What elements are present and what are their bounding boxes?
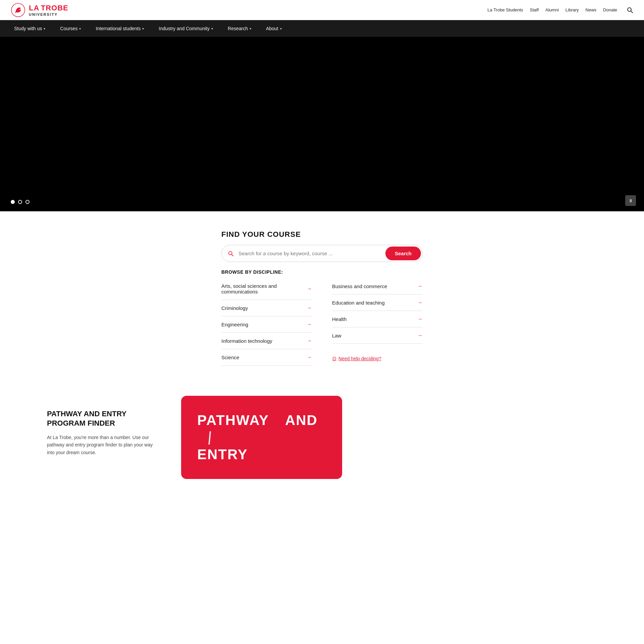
top-bar: LA TROBE UNIVERSITY La Trobe Students St… — [0, 0, 644, 20]
chevron-down-icon: ▾ — [211, 27, 213, 31]
arrow-icon: → — [307, 338, 312, 344]
pathway-title: PATHWAY AND ENTRY PROGRAM FINDER — [47, 409, 161, 428]
pathway-section: PATHWAY AND ENTRY PROGRAM FINDER At La T… — [0, 379, 644, 479]
logo-bird-icon — [11, 3, 25, 17]
disc-science[interactable]: Science → — [221, 349, 312, 366]
alumni-link[interactable]: Alumni — [545, 7, 559, 12]
hero-dot-2[interactable] — [18, 200, 22, 204]
latrobe-students-link[interactable]: La Trobe Students — [487, 7, 523, 12]
logo-area[interactable]: LA TROBE UNIVERSITY — [11, 3, 68, 17]
pathway-card-text: PATHWAY AND / ENTRY — [197, 413, 318, 462]
search-bar: Search — [221, 245, 423, 262]
disc-arts[interactable]: Arts, social sciences and communications… — [221, 278, 312, 300]
disc-health[interactable]: Health → — [332, 311, 423, 327]
library-link[interactable]: Library — [566, 7, 579, 12]
disciplines-left-column: Arts, social sciences and communications… — [221, 278, 322, 366]
arrow-icon: → — [417, 283, 423, 289]
logo-text: LA TROBE UNIVERSITY — [29, 4, 68, 16]
help-icon: ⊙ — [332, 355, 336, 362]
pathway-text: PATHWAY AND ENTRY PROGRAM FINDER At La T… — [47, 396, 161, 456]
main-nav: Study with us ▾ Courses ▾ International … — [0, 20, 644, 37]
svg-line-4 — [232, 254, 233, 256]
arrow-icon: → — [307, 305, 312, 311]
need-help-link[interactable]: ⊙ Need help deciding? — [332, 355, 423, 362]
hero-section: ⏸ — [0, 37, 644, 211]
hero-dot-1[interactable] — [11, 200, 15, 204]
nav-about[interactable]: About ▾ — [259, 20, 289, 37]
disc-education[interactable]: Education and teaching → — [332, 294, 423, 311]
news-link[interactable]: News — [586, 7, 597, 12]
disciplines-right-column: Business and commerce → Education and te… — [322, 278, 423, 366]
search-submit-button[interactable]: Search — [385, 247, 421, 260]
hero-pause-button[interactable]: ⏸ — [625, 195, 636, 206]
disc-it[interactable]: Information technology → — [221, 333, 312, 349]
arrow-icon: → — [417, 316, 423, 322]
pathway-description: At La Trobe, you're more than a number. … — [47, 434, 161, 456]
disciplines-grid: Arts, social sciences and communications… — [221, 278, 423, 366]
nav-research[interactable]: Research ▾ — [220, 20, 259, 37]
hero-dot-3[interactable] — [25, 200, 30, 204]
disc-business[interactable]: Business and commerce → — [332, 278, 423, 294]
search-button[interactable] — [627, 7, 633, 13]
arrow-icon: → — [417, 332, 423, 338]
chevron-down-icon: ▾ — [142, 27, 144, 31]
hero-dots — [11, 200, 30, 204]
nav-international-students[interactable]: International students ▾ — [88, 20, 151, 37]
nav-study-with-us[interactable]: Study with us ▾ — [7, 20, 53, 37]
disc-engineering[interactable]: Engineering → — [221, 316, 312, 333]
chevron-down-icon: ▾ — [250, 27, 251, 31]
slash-icon: / — [206, 429, 214, 447]
pathway-card[interactable]: PATHWAY AND / ENTRY — [181, 396, 342, 479]
chevron-down-icon: ▾ — [280, 27, 282, 31]
arrow-icon: → — [307, 286, 312, 292]
search-icon — [222, 251, 238, 257]
nav-courses[interactable]: Courses ▾ — [53, 20, 88, 37]
chevron-down-icon: ▾ — [44, 27, 45, 31]
search-icon — [627, 7, 633, 13]
chevron-down-icon: ▾ — [79, 27, 81, 31]
top-links: La Trobe Students Staff Alumni Library N… — [487, 7, 633, 13]
arrow-icon: → — [417, 300, 423, 306]
find-course-section: FIND YOUR COURSE Search BROWSE BY DISCIP… — [0, 211, 644, 379]
pause-icon: ⏸ — [629, 198, 633, 203]
donate-link[interactable]: Donate — [603, 7, 617, 12]
staff-link[interactable]: Staff — [530, 7, 539, 12]
browse-discipline-label: BROWSE BY DISCIPLINE: — [221, 269, 423, 275]
arrow-icon: → — [307, 321, 312, 327]
disc-law[interactable]: Law → — [332, 327, 423, 344]
find-course-title: FIND YOUR COURSE — [221, 230, 423, 239]
course-search-input[interactable] — [238, 246, 385, 261]
svg-line-2 — [631, 11, 633, 13]
disc-criminology[interactable]: Criminology → — [221, 300, 312, 316]
nav-industry-community[interactable]: Industry and Community ▾ — [151, 20, 220, 37]
arrow-icon: → — [307, 354, 312, 360]
